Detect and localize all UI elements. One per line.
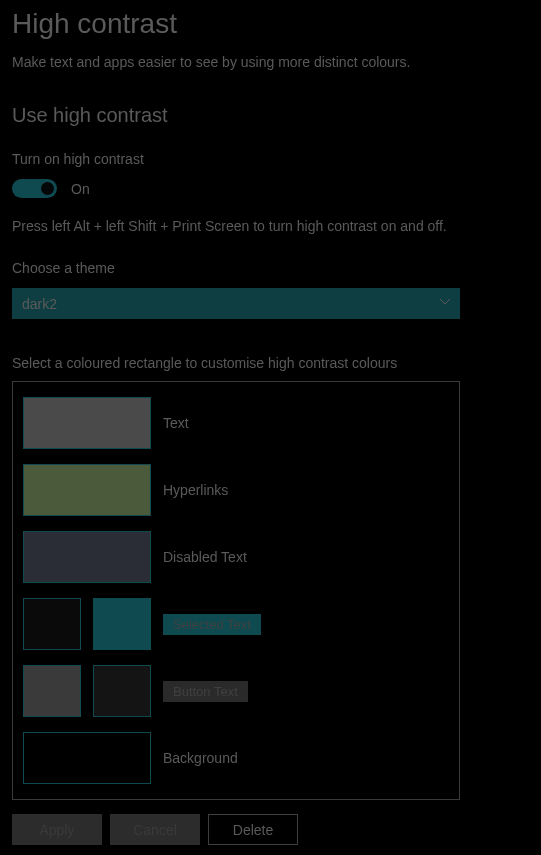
theme-select[interactable]: dark2 bbox=[12, 288, 460, 319]
customise-label: Select a coloured rectangle to customise… bbox=[12, 355, 529, 371]
delete-button[interactable]: Delete bbox=[208, 814, 298, 845]
swatch-text[interactable] bbox=[23, 397, 151, 449]
swatch-row-hyperlinks: Hyperlinks bbox=[23, 464, 449, 516]
swatch-text-label: Text bbox=[163, 415, 189, 431]
swatch-hyperlinks[interactable] bbox=[23, 464, 151, 516]
theme-label: Choose a theme bbox=[12, 260, 529, 276]
swatch-button-fg[interactable] bbox=[23, 665, 81, 717]
shortcut-hint: Press left Alt + left Shift + Print Scre… bbox=[12, 218, 529, 234]
toggle-label: Turn on high contrast bbox=[12, 151, 529, 167]
swatch-row-disabled: Disabled Text bbox=[23, 531, 449, 583]
swatch-background[interactable] bbox=[23, 732, 151, 784]
swatch-selected-fg[interactable] bbox=[23, 598, 81, 650]
chevron-down-icon bbox=[440, 299, 450, 309]
toggle-state-text: On bbox=[71, 181, 90, 197]
swatch-hyperlinks-label: Hyperlinks bbox=[163, 482, 228, 498]
swatch-background-label: Background bbox=[163, 750, 238, 766]
swatch-disabled-label: Disabled Text bbox=[163, 549, 247, 565]
apply-button[interactable]: Apply bbox=[12, 814, 102, 845]
swatch-button-bg[interactable] bbox=[93, 665, 151, 717]
swatch-selected-chip: Selected Text bbox=[163, 614, 261, 635]
high-contrast-toggle[interactable] bbox=[12, 179, 57, 198]
swatch-button-chip: Button Text bbox=[163, 681, 248, 702]
swatch-row-selected-text: Selected Text bbox=[23, 598, 449, 650]
theme-selected-value: dark2 bbox=[22, 296, 57, 312]
swatch-row-text: Text bbox=[23, 397, 449, 449]
swatch-row-background: Background bbox=[23, 732, 449, 784]
cancel-button[interactable]: Cancel bbox=[110, 814, 200, 845]
toggle-knob bbox=[41, 182, 54, 195]
swatch-selected-bg[interactable] bbox=[93, 598, 151, 650]
swatch-disabled-text[interactable] bbox=[23, 531, 151, 583]
page-title: High contrast bbox=[12, 8, 529, 40]
section-header: Use high contrast bbox=[12, 104, 529, 127]
button-row: Apply Cancel Delete bbox=[12, 814, 529, 845]
page-description: Make text and apps easier to see by usin… bbox=[12, 54, 529, 70]
swatch-row-button-text: Button Text bbox=[23, 665, 449, 717]
swatch-panel: Text Hyperlinks Disabled Text Selected T… bbox=[12, 381, 460, 800]
